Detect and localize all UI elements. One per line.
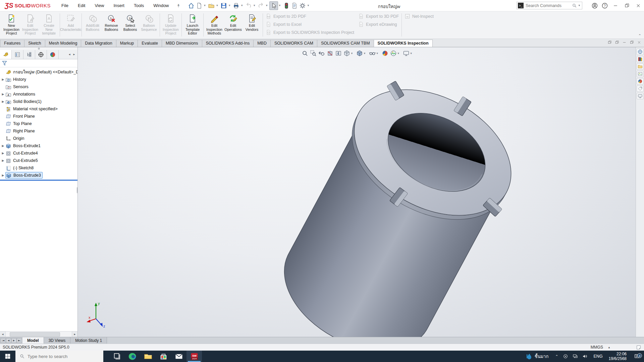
ribbon-collapse-caret[interactable]: ⌃ [638,34,641,38]
select-button[interactable] [269,1,278,10]
apply-scene-button[interactable]: ▼ [390,49,401,57]
tree-item-annotations[interactable]: ▶AAnnotations [0,90,77,98]
balloon-sequence-button[interactable]: 12Balloon Sequence [140,12,158,38]
expand-arrow[interactable]: ▶ [1,174,5,177]
tree-item-boss-extrude1[interactable]: ▶Boss-Extrude1 [0,142,77,149]
menu-window[interactable]: Window [149,2,173,9]
panel-tab-dimxpertmanager[interactable] [35,50,47,59]
design-library-button[interactable] [637,56,644,62]
last-tab-button[interactable]: ▶| [17,338,22,343]
expand-arrow[interactable]: ▶ [1,78,5,81]
search-commands-input[interactable] [526,3,572,8]
tree-item-right-plane[interactable]: Right Plane [0,127,77,135]
panel-tab-scroll-right[interactable]: ► [73,53,75,56]
tab-features[interactable]: Features [0,40,24,47]
new-inspection-project-button[interactable]: New Inspection Project [2,12,21,38]
hide-show-items-button[interactable]: ▼ [369,49,380,57]
graphics-viewport[interactable] [0,47,644,337]
start-button[interactable] [0,351,15,362]
previous-view-button[interactable] [318,49,325,57]
prev-tab-button[interactable]: ◀ [6,338,11,343]
solidworks-resources-button[interactable] [637,49,644,55]
hide-show-items-dropdown-caret[interactable]: ▼ [376,52,380,55]
export-edrawing-button[interactable]: eExport eDrawing [358,21,399,27]
home-button[interactable] [187,2,195,10]
hidden-icons-chevron[interactable]: ⌃ [555,354,558,359]
options-dropdown-caret[interactable]: ▼ [307,4,311,7]
view-orientation-button[interactable]: ▼ [343,49,355,57]
doc-tab-model[interactable]: Model [22,337,44,344]
search-commands-box[interactable]: >_ ▼ [517,2,582,9]
scrollbar-thumb[interactable] [10,332,60,337]
network-icon[interactable] [573,354,578,359]
edit-inspection-methods-button[interactable]: Edit Inspection Methods [205,12,224,38]
account-icon[interactable] [590,1,600,11]
net-inspect-button[interactable]: NINet-Inspect [405,13,434,19]
print-dropdown-caret[interactable]: ▼ [240,4,245,7]
tab-solidworks-inspection[interactable]: SOLIDWORKS Inspection [374,40,433,47]
rollback-bar[interactable] [0,180,77,181]
expand-arrow[interactable]: ▶ [1,144,5,147]
view-palette-button[interactable] [637,71,644,77]
tab-mbd-dimensions[interactable]: MBD Dimensions [162,40,202,47]
tab-data-migration[interactable]: Data Migration [81,40,116,47]
update-inspection-project-button[interactable]: Update Inspection Project [161,12,180,38]
taskbar-app-store[interactable] [156,351,171,362]
redo-button[interactable] [257,2,265,10]
status-tag-icon[interactable] [636,345,641,350]
select-dropdown-caret[interactable]: ▼ [278,4,282,7]
menu-edit[interactable]: Edit [74,2,89,9]
section-view-button[interactable] [326,49,334,57]
tab-mbd[interactable]: MBD [253,40,271,47]
options-button[interactable] [299,2,307,10]
export-to-3d-pdf-button[interactable]: 3DExport to 3D PDF [358,13,399,19]
expand-arrow[interactable]: ▶ [1,93,5,96]
doc-dock-button[interactable] [607,40,612,45]
tree-item-solid-bodies-1[interactable]: ▶Solid Bodies(1) [0,98,77,105]
tree-item-boss-extrude3[interactable]: ▶Boss-Extrude3 [0,172,77,179]
undo-dropdown-caret[interactable]: ▼ [253,4,257,7]
tree-item-material-not-specified[interactable]: Material <not specified> [0,105,77,113]
custom-properties-button[interactable] [637,85,644,92]
add-characteristic-button[interactable]: Add Characteristic [61,12,80,38]
display-style-button[interactable]: ▼ [356,49,368,57]
tree-item-origin[interactable]: Origin [0,135,77,142]
tree-item-sensors[interactable]: Sensors [0,83,77,90]
new-dropdown-caret[interactable]: ▼ [203,4,208,7]
view-settings-button[interactable]: ▼ [402,49,414,57]
open-button[interactable] [207,2,215,10]
first-tab-button[interactable]: |◀ [1,338,6,343]
save-button[interactable] [220,2,228,10]
pin-icon[interactable]: 🖈 [173,3,184,8]
tab-solidworks-cam[interactable]: SOLIDWORKS CAM [270,40,317,47]
undo-button[interactable] [245,2,253,10]
tree-item-sketch8[interactable]: (-) Sketch8 [0,164,77,172]
panel-tab-featuremanager[interactable] [0,50,12,59]
menu-view[interactable]: View [91,2,108,9]
solidworks-forum-button[interactable] [637,93,644,99]
taskbar-app-mail[interactable] [171,351,186,362]
tab-mesh-modeling[interactable]: Mesh Modeling [45,40,82,47]
doc-restore-button[interactable] [630,40,634,45]
menu-file[interactable]: File [57,2,72,9]
units-selector[interactable]: MMGS ▲ [591,345,610,350]
panel-tab-configurationmanager[interactable] [23,50,35,59]
clock[interactable]: 22:06 19/6/2568 [605,352,630,361]
action-center-button[interactable]: 4 [630,353,644,359]
export-to-2d-pdf-button[interactable]: PDFExport to 2D PDF [266,13,354,19]
close-button[interactable] [633,0,644,11]
next-tab-button[interactable]: ▶ [11,338,16,343]
print-button[interactable] [232,2,240,10]
save-dropdown-caret[interactable]: ▼ [228,4,232,7]
panel-tab-scroll-left[interactable]: ◄ [68,53,71,56]
search-dropdown-caret[interactable]: ▼ [578,4,582,7]
select-balloons-button[interactable]: 1Select Balloons [121,12,140,38]
edit-inspection-project-button[interactable]: Edit Inspection Project [21,12,40,38]
zoom-to-area-button[interactable] [310,49,317,57]
volume-icon[interactable] [582,354,588,359]
tab-markup[interactable]: Markup [116,40,138,47]
panel-vertical-splitter-handle[interactable] [77,187,77,193]
view-settings-dropdown-caret[interactable]: ▼ [410,52,414,55]
help-icon[interactable]: ? [600,1,610,11]
minimize-button[interactable] [610,0,621,11]
